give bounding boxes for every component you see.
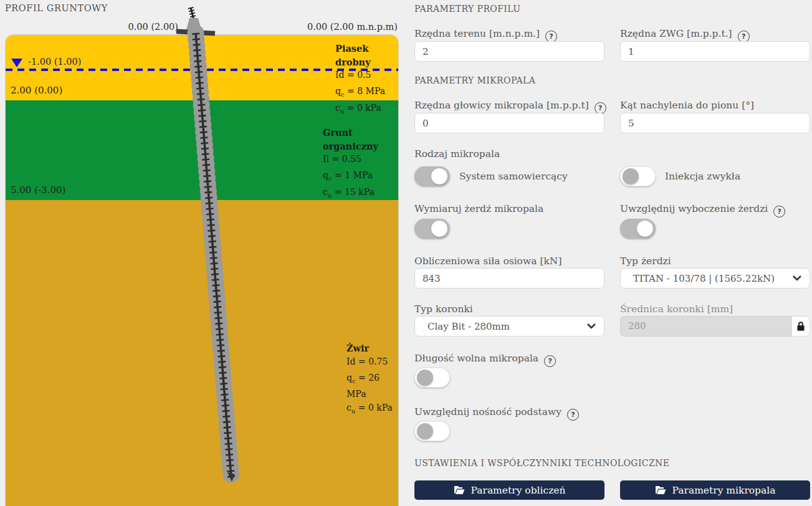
- layer-bottom-depth-label: 5.00 (-3.00): [11, 184, 65, 196]
- label-wyboczenie-zerdzi: Uwzględnij wyboczenie żerdzi?: [620, 203, 785, 217]
- section-parametry-mikropala: PARAMETRY MIKROPALA: [414, 75, 535, 85]
- label-wymiaruj-zerdz: Wymiaruj żerdź mikropala: [414, 203, 543, 214]
- folder-icon: [454, 485, 465, 495]
- layer-info-zwir: Żwir Id = 0.75 qc = 26 MPa cu = 0 kPa: [346, 341, 398, 418]
- label-typ-koronki: Typ koronki: [414, 303, 473, 315]
- soil-profile-chart: -1.00 (1.00) 2.00 (0.00) 5.00 (-3.00) Pi…: [5, 34, 399, 506]
- kat-nachylenia-input[interactable]: [620, 113, 810, 133]
- toggle-knob: [431, 221, 447, 237]
- layer-param: cu = 15 kPa: [323, 186, 398, 202]
- help-icon[interactable]: ?: [567, 409, 579, 421]
- toggle-wymiaruj-zerdz[interactable]: [414, 219, 450, 239]
- selected-value: Clay Bit - 280mm: [427, 321, 510, 332]
- toggle-knob: [623, 168, 639, 184]
- layer-param: qc = 8 MPa: [335, 85, 398, 101]
- srednica-koronki-group: 280: [620, 316, 810, 337]
- layer-param: cu = 0 kPa: [335, 102, 398, 118]
- toggle-knob: [417, 370, 433, 386]
- toggle-knob: [637, 221, 653, 237]
- rzedna-glowicy-input[interactable]: [414, 113, 604, 133]
- lock-icon: [796, 321, 806, 332]
- label-srednica-koronki: Średnica koronki [mm]: [620, 303, 733, 315]
- layer-bottom-depth-label: 2.00 (0.00): [11, 85, 62, 96]
- folder-icon: [655, 485, 666, 495]
- profile-title: PROFIL GRUNTOWY: [5, 3, 108, 13]
- toggle-knob: [431, 168, 447, 184]
- parameters-panel: PARAMETRY PROFILU Rzędna terenu [m.n.p.m…: [414, 0, 811, 506]
- layer-param: qc = 26 MPa: [346, 371, 398, 401]
- label-sila-osiowa: Obliczeniowa siła osiowa [kN]: [414, 255, 561, 267]
- lock-addon: [791, 316, 810, 337]
- help-icon[interactable]: ?: [773, 206, 785, 217]
- label-kat-nachylenia: Kąt nachylenia do pionu [°]: [620, 100, 754, 111]
- layer-name: Żwir: [346, 341, 398, 355]
- label-rzedna-glowicy: Rzędna głowicy mikropala [m.p.p.t]?: [414, 100, 606, 114]
- layer-param: cu = 0 kPa: [346, 401, 398, 418]
- chevron-down-icon: [587, 323, 596, 329]
- toggle-label-system-samowiercacy: System samowiercący: [459, 166, 568, 187]
- parametry-obliczen-button[interactable]: Parametry obliczeń: [414, 480, 604, 500]
- srednica-koronki-input-disabled: 280: [620, 316, 791, 337]
- layer-param: Id = 0.5: [335, 69, 398, 85]
- layer-param: qc = 1 MPa: [323, 169, 398, 185]
- water-table-label: -1.00 (1.00): [28, 57, 81, 67]
- parametry-mikropala-button[interactable]: Parametry mikropala: [620, 480, 810, 500]
- layer-name: Grunt organiczny: [323, 126, 398, 153]
- typ-zerdzi-select[interactable]: TITAN - 103/78 | (1565.22kN): [620, 268, 810, 289]
- layer-param: Id = 0.75: [346, 355, 398, 371]
- layer-name: Piasek drobny: [335, 42, 398, 69]
- label-rzedna-terenu: Rzędna terenu [m.n.p.m.]?: [414, 28, 557, 42]
- chevron-down-icon: [793, 275, 801, 281]
- label-dlugosc-wolna: Długość wolna mikropala?: [414, 353, 556, 367]
- toggle-system-samowiercacy[interactable]: [414, 166, 450, 186]
- label-rzedna-zwg: Rzędna ZWG [m.p.p.t.]?: [620, 28, 750, 42]
- layer-info-piasek: Piasek drobny Id = 0.5 qc = 8 MPa cu = 0…: [335, 42, 398, 118]
- rzedna-zwg-input[interactable]: [620, 41, 810, 62]
- sila-osiowa-input[interactable]: [414, 268, 604, 289]
- toggle-wyboczenie-zerdzi[interactable]: [620, 219, 656, 239]
- typ-koronki-select[interactable]: Clay Bit - 280mm: [414, 316, 604, 337]
- soil-layer-zwir: [6, 200, 398, 506]
- rzedna-terenu-input[interactable]: [414, 41, 604, 62]
- selected-value: TITAN - 103/78 | (1565.22kN): [633, 273, 775, 284]
- surface-elevation-label: 0.00 (2.00 m.n.p.m): [285, 22, 398, 32]
- pile-head-elevation-label: 0.00 (2.00): [111, 22, 178, 32]
- label-nosnosc-podstawy: Uwzględnij nośność podstawy?: [414, 406, 579, 421]
- toggle-iniekcja-zwykla[interactable]: [620, 166, 656, 186]
- label-typ-zerdzi: Typ żerdzi: [620, 255, 671, 267]
- toggle-label-iniekcja-zwykla: Iniekcja zwykła: [665, 166, 740, 187]
- layer-param: Il = 0.55: [323, 153, 398, 169]
- section-parametry-profilu: PARAMETRY PROFILU: [414, 4, 520, 14]
- label-rodzaj-mikropala: Rodzaj mikropala: [414, 148, 500, 160]
- layer-info-grunt-organiczny: Grunt organiczny Il = 0.55 qc = 1 MPa cu…: [323, 126, 398, 202]
- toggle-knob: [417, 423, 433, 439]
- toggle-dlugosc-wolna[interactable]: [414, 368, 450, 388]
- toggle-nosnosc-podstawy[interactable]: [414, 421, 450, 441]
- help-icon[interactable]: ?: [544, 355, 556, 367]
- water-table-icon: [11, 59, 22, 67]
- section-ustawienia: USTAWIENIA I WSPÓŁCZYNNIKI TECHNOLOGICZN…: [414, 458, 669, 468]
